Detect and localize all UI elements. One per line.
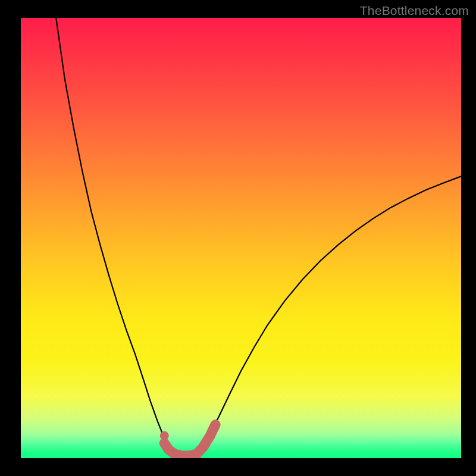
highlight-segment (164, 425, 215, 456)
bottleneck-curve (56, 18, 461, 454)
watermark-text: TheBottleneck.com (360, 4, 469, 18)
highlight-dot (160, 431, 169, 440)
gradient-plot-area (21, 18, 461, 458)
bottleneck-curve-svg (21, 18, 461, 458)
